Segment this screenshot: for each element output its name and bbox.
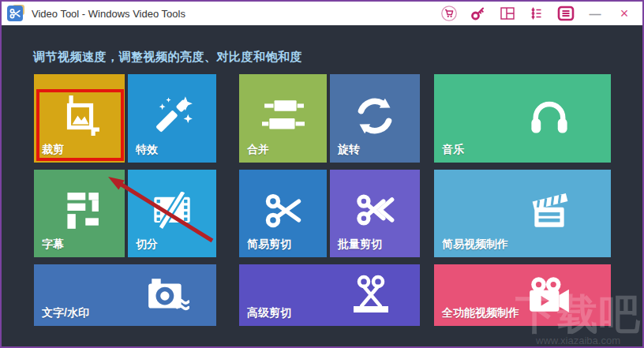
tile-label: 批量剪切: [338, 238, 382, 252]
clapperboard-icon: [526, 191, 572, 230]
camera-watermark-icon: [145, 277, 189, 313]
titlebar: Video Tool - Windows Video Tools: [2, 2, 642, 25]
batch-scissors-icon: [354, 190, 395, 231]
tile-advanced-cut[interactable]: 高级剪切: [239, 264, 420, 326]
tile-simple-cut[interactable]: 简易剪切: [239, 170, 327, 257]
subtitle-icon: [61, 189, 99, 232]
tile-label: 合并: [247, 143, 269, 157]
tile-batch-cut[interactable]: 批量剪切: [330, 170, 420, 257]
app-icon: [7, 5, 24, 22]
merge-icon: [262, 98, 305, 134]
tile-label: 高级剪切: [247, 306, 291, 320]
crop-icon: [58, 95, 101, 137]
tile-label: 音乐: [442, 143, 464, 157]
cart-icon[interactable]: [439, 3, 459, 24]
film-split-icon: [151, 192, 193, 230]
tile-label: 文字/水印: [42, 306, 89, 320]
video-camera-icon: [526, 275, 572, 315]
tile-music[interactable]: 音乐: [434, 74, 611, 163]
app-window: Video Tool - Windows Video Tools: [0, 0, 644, 348]
tile-label: 全功能视频制作: [442, 306, 519, 320]
tile-crop[interactable]: 裁剪: [34, 74, 125, 163]
headphones-icon: [527, 95, 571, 137]
tile-label: 字幕: [42, 238, 64, 252]
tile-simple-video-maker[interactable]: 简易视频制作: [434, 170, 611, 257]
rotate-icon: [353, 94, 397, 138]
layout-icon[interactable]: [497, 3, 518, 24]
page-subtitle: 调节视频速度，调整视频的亮度、对比度和饱和度: [33, 50, 302, 65]
tile-text-watermark[interactable]: 文字/水印: [34, 264, 216, 326]
tile-label: 简易视频制作: [442, 238, 508, 252]
tile-split[interactable]: 切分: [128, 170, 216, 257]
tile-label: 裁剪: [42, 143, 64, 157]
tile-label: 旋转: [338, 143, 360, 157]
playlist-icon[interactable]: [526, 3, 547, 24]
close-button[interactable]: ×: [614, 3, 635, 24]
window-title: Video Tool - Windows Video Tools: [32, 8, 185, 20]
watermark-url: www.xiazaiba.com: [515, 335, 641, 346]
scissors-icon: [263, 190, 304, 231]
magic-wand-icon: [151, 95, 193, 137]
tile-full-video-maker[interactable]: 全功能视频制作: [434, 264, 611, 326]
minimize-button[interactable]: —: [585, 3, 605, 24]
advanced-scissors-icon: [352, 275, 390, 316]
tile-label: 特效: [136, 143, 158, 157]
tile-rotate[interactable]: 旋转: [330, 74, 420, 163]
key-icon[interactable]: [468, 3, 489, 24]
tile-effects[interactable]: 特效: [128, 74, 216, 163]
menu-icon[interactable]: [556, 3, 576, 24]
tile-label: 切分: [136, 238, 158, 252]
tile-merge[interactable]: 合并: [239, 74, 327, 163]
tile-label: 简易剪切: [247, 238, 291, 252]
tile-subtitle[interactable]: 字幕: [34, 170, 125, 257]
